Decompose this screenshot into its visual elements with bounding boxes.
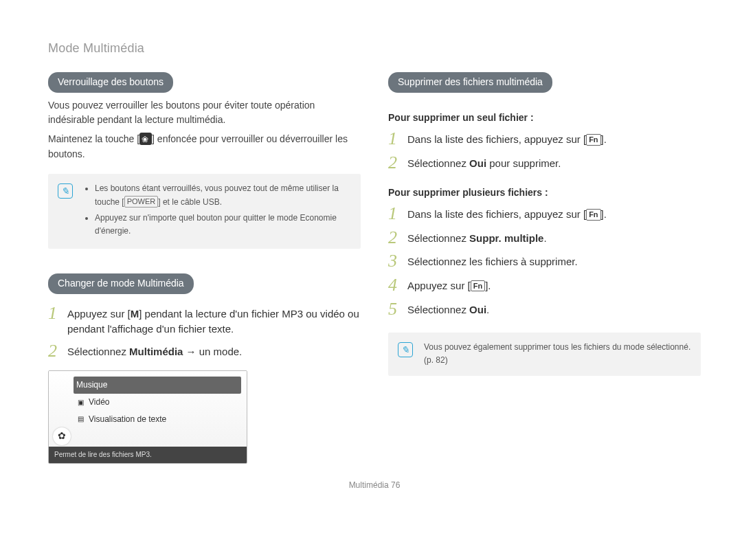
text-icon: ▤ xyxy=(76,415,85,423)
b-step-number-2: 2 xyxy=(388,228,407,248)
menu-item-text: ▤ Visualisation de texte xyxy=(76,411,241,428)
b-step-4-text: Appuyez sur [Fn]. xyxy=(407,276,491,294)
a-step-1: 1 Dans la liste des fichiers, appuyez su… xyxy=(388,129,701,149)
as2b: Oui xyxy=(469,157,486,169)
a-step-1-text: Dans la liste des fichiers, appuyez sur … xyxy=(407,129,607,148)
left-column: Verrouillage des boutons Vous pouvez ver… xyxy=(48,72,361,464)
step-1-text: Appuyez sur [M] pendant la lecture d'un … xyxy=(67,304,361,337)
b-step-3-text: Sélectionnez les fichiers à supprimer. xyxy=(407,251,578,270)
b-step-5: 5 Sélectionnez Oui. xyxy=(388,300,701,320)
b-step-number-3: 3 xyxy=(388,251,407,271)
multimedia-menu-box: Musique ▣ Vidéo ▤ Visualisation de texte… xyxy=(48,370,247,464)
a-step-number-2: 2 xyxy=(388,153,407,173)
note-icon: ✎ xyxy=(58,183,73,199)
page-footer: Multimédia 76 xyxy=(48,480,701,490)
lock-paragraph-1: Vous pouvez verrouiller les boutons pour… xyxy=(48,98,361,128)
a-step-2: 2 Sélectionnez Oui pour supprimer. xyxy=(388,153,701,173)
note1b: ] et le câble USB. xyxy=(158,197,222,207)
footer-label: Multimédia xyxy=(349,480,389,490)
content-columns: Verrouillage des boutons Vous pouvez ver… xyxy=(48,72,701,464)
s2c: → un mode. xyxy=(183,346,242,357)
step-2: 2 Sélectionnez Multimédia → un mode. xyxy=(48,341,361,361)
bs4b: ]. xyxy=(485,280,491,291)
menu-item-music: Musique xyxy=(74,377,241,394)
section-heading-delete: Supprimer des fichiers multimédia xyxy=(388,72,552,93)
section-heading-lock: Verrouillage des boutons xyxy=(48,72,173,93)
note-box-lock: ✎ Les boutons étant verrouillés, vous po… xyxy=(48,174,361,249)
menu-item-video: ▣ Vidéo xyxy=(76,394,241,411)
delete-multiple-steps: 1 Dans la liste des fichiers, appuyez su… xyxy=(388,204,701,319)
b-step-2-text: Sélectionnez Suppr. multiple. xyxy=(407,228,547,247)
b-step-1-text: Dans la liste des fichiers, appuyez sur … xyxy=(407,204,607,223)
lock-p2a: Maintenez la touche [ xyxy=(48,133,139,144)
page-title: Mode Multimédia xyxy=(48,41,701,56)
a-step-2-text: Sélectionnez Oui pour supprimer. xyxy=(407,153,561,172)
s1a: Appuyez sur [ xyxy=(67,308,131,320)
film-reel-icon: ✿ xyxy=(53,427,71,445)
flower-icon xyxy=(139,133,152,145)
note-item-2: Appuyez sur n'importe quel bouton pour q… xyxy=(95,212,351,238)
note-box-delete: ✎ Vous pouvez également supprimer tous l… xyxy=(388,333,701,375)
section-heading-change-mode: Changer de mode Multimédia xyxy=(48,273,194,294)
note-icon: ✎ xyxy=(398,342,413,357)
power-key: POWER xyxy=(124,196,159,208)
bs2a: Sélectionnez xyxy=(407,232,469,244)
video-icon: ▣ xyxy=(76,398,85,406)
subhead-single: Pour supprimer un seul fichier : xyxy=(388,111,701,126)
delete-note-text: Vous pouvez également supprimer tous les… xyxy=(424,341,691,367)
lock-paragraph-2: Maintenez la touche [] enfoncée pour ver… xyxy=(48,132,361,161)
bs2b: Suppr. multiple xyxy=(469,232,543,244)
bs1a: Dans la liste des fichiers, appuyez sur … xyxy=(407,208,586,220)
subhead-multiple: Pour supprimer plusieurs fichiers : xyxy=(388,186,701,201)
bs5b: Oui xyxy=(469,304,486,315)
right-column: Supprimer des fichiers multimédia Pour s… xyxy=(388,72,701,464)
footer-page: 76 xyxy=(391,480,400,490)
bs5a: Sélectionnez xyxy=(407,304,469,315)
b-step-1: 1 Dans la liste des fichiers, appuyez su… xyxy=(388,204,701,224)
b-step-3: 3 Sélectionnez les fichiers à supprimer. xyxy=(388,251,701,271)
multimedia-menu: Musique ▣ Vidéo ▤ Visualisation de texte… xyxy=(49,371,247,447)
as2a: Sélectionnez xyxy=(407,157,469,169)
page: Mode Multimédia Verrouillage des boutons… xyxy=(0,0,742,504)
step-2-text: Sélectionnez Multimédia → un mode. xyxy=(67,341,242,360)
bs5c: . xyxy=(486,304,489,315)
note-list: Les boutons étant verrouillés, vous pouv… xyxy=(84,182,351,238)
bs4a: Appuyez sur [ xyxy=(407,280,471,291)
bs1b: ]. xyxy=(601,208,607,220)
s2a: Sélectionnez xyxy=(67,346,129,357)
delete-single-steps: 1 Dans la liste des fichiers, appuyez su… xyxy=(388,129,701,172)
b-step-number-4: 4 xyxy=(388,276,407,295)
bs2c: . xyxy=(543,232,546,244)
step-number-2: 2 xyxy=(48,341,67,361)
a-step-number-1: 1 xyxy=(388,129,407,149)
s2b: Multimédia xyxy=(129,346,183,357)
menu-music-label: Musique xyxy=(76,379,107,392)
as1a: Dans la liste des fichiers, appuyez sur … xyxy=(407,133,586,145)
step-1: 1 Appuyez sur [M] pendant la lecture d'u… xyxy=(48,304,361,337)
change-mode-steps: 1 Appuyez sur [M] pendant la lecture d'u… xyxy=(48,304,361,361)
menu-text-label: Visualisation de texte xyxy=(89,413,166,426)
as1b: ]. xyxy=(601,133,607,145)
b-step-2: 2 Sélectionnez Suppr. multiple. xyxy=(388,228,701,248)
fn-icon: Fn xyxy=(586,209,600,220)
m-key: M xyxy=(131,308,139,320)
menu-video-label: Vidéo xyxy=(89,396,109,409)
fn-icon: Fn xyxy=(471,280,485,291)
fn-icon: Fn xyxy=(586,134,600,145)
b-step-number-5: 5 xyxy=(388,300,407,320)
b-step-4: 4 Appuyez sur [Fn]. xyxy=(388,276,701,295)
step-number-1: 1 xyxy=(48,304,67,324)
menu-caption: Permet de lire des fichiers MP3. xyxy=(49,447,247,463)
as2c: pour supprimer. xyxy=(486,157,561,169)
note-item-1: Les boutons étant verrouillés, vous pouv… xyxy=(95,182,351,208)
b-step-number-1: 1 xyxy=(388,204,407,224)
b-step-5-text: Sélectionnez Oui. xyxy=(407,300,489,318)
